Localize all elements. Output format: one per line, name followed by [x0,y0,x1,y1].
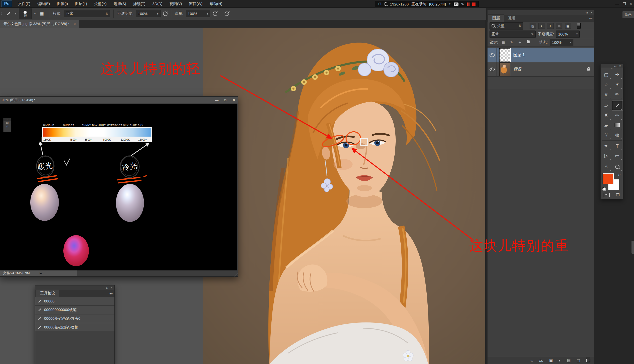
tool-clone-stamp[interactable]: ♜ [601,111,612,120]
magnifier-icon[interactable] [384,2,387,6]
tool-eyedropper[interactable]: ✑ [612,89,623,99]
tab-channels[interactable]: 通道 [504,15,520,22]
preset-row-1[interactable]: 00000 [35,297,114,306]
screenshot-icon[interactable] [454,3,458,6]
filter-smart-object-icon[interactable]: ▣ [565,23,571,29]
blend-mode-select[interactable]: 正常⇅ [64,10,110,17]
menu-image[interactable]: 图像(I) [53,0,71,8]
stop-recording-button[interactable] [472,3,476,6]
tool-blur[interactable]: ◍ [612,130,623,140]
main-canvas[interactable] [203,28,485,364]
preset-row-2[interactable]: 000000000000硬笔 [35,306,114,314]
close-button[interactable]: × [630,2,632,6]
brush-panel-toggle[interactable]: ≣ [38,10,46,18]
layer1-visibility-toggle[interactable] [488,48,497,62]
layer-opacity-select[interactable]: 100%▾ [556,31,580,38]
minimize-button[interactable]: — [615,2,619,6]
airbrush-toggle[interactable] [213,12,217,16]
flow-select[interactable]: 100%▾ [186,10,210,17]
filter-shape-layers-icon[interactable]: ▭ [556,23,562,29]
link-layers-icon[interactable]: ∞ [531,358,533,362]
layer-blend-mode-select[interactable]: 正常⇅ [490,31,536,38]
tool-crop[interactable]: # [601,89,612,99]
layer1-name[interactable]: 图层 1 [513,53,525,58]
lock-position-icon[interactable]: ✛ [517,40,523,45]
background-thumbnail[interactable] [499,63,510,76]
layer-row-1[interactable]: 图层 1 [488,48,594,62]
maximize-window-icon[interactable]: □ [221,97,230,104]
tool-smudge[interactable]: ☟ [601,130,612,140]
filter-adjustment-layers-icon[interactable]: ◐ [538,23,545,29]
default-colors-icon[interactable] [602,187,606,191]
close-presets-icon[interactable]: × [111,286,112,289]
brush-picker-arrow[interactable]: ▾ [34,12,36,15]
pause-recording-button[interactable] [467,3,469,6]
menu-help[interactable]: 帮助(H) [206,0,226,8]
filter-toggle-switch[interactable] [577,23,581,29]
workspace-switcher[interactable]: 绘画 [622,11,634,18]
menu-filter[interactable]: 滤镜(T) [130,0,149,8]
tool-healing-brush[interactable]: ▱ [601,100,612,110]
options-grip[interactable]: ⁞⁞ [1,12,2,16]
background-visibility-toggle[interactable] [488,62,497,76]
collapse-presets-icon[interactable]: ◂◂ [105,286,108,289]
collapsed-dock-strip[interactable] [631,241,634,254]
pencil-icon[interactable]: ✎ [461,2,464,6]
tool-path-select[interactable]: ▷ [601,151,612,161]
document-tab[interactable]: 开尔文色温.jpg @ 33% (图层 1, RGB/8) * × [0,20,79,28]
filter-type-layers-icon[interactable]: T [547,23,554,29]
tool-magic-wand[interactable]: ✶ [612,80,623,89]
opacity-select[interactable]: 100%▾ [136,10,161,17]
fill-select[interactable]: 100%▾ [550,39,573,46]
tool-brush[interactable] [612,100,623,111]
close-document-icon[interactable]: × [74,22,76,26]
tab-tool-presets[interactable]: 工具预设 [36,290,59,297]
swap-colors-icon[interactable]: ⇄ [618,173,621,176]
tool-hand[interactable]: ☝ [601,162,612,172]
collapse-tools-icon[interactable]: ◂◂ [614,65,616,67]
tool-eraser[interactable]: ▰ [601,120,612,130]
restore-button[interactable]: ❐ [623,2,626,6]
menu-window[interactable]: 窗口(W) [186,0,206,8]
menu-select[interactable]: 选择(S) [110,0,130,8]
background-name[interactable]: 背景 [513,67,521,72]
new-group-icon[interactable]: ▤ [567,358,571,363]
foreground-color-swatch[interactable] [603,173,614,184]
screen-mode-icon[interactable]: ❐ [616,193,619,197]
lock-pixels-icon[interactable]: ✎ [509,40,515,45]
delete-layer-icon[interactable] [586,359,590,362]
document-size-field[interactable]: 文档:24.1M/26.9M ▶ [0,270,77,276]
tool-mixer-brush[interactable]: ✏ [612,111,623,120]
presets-menu-icon[interactable]: ▾≡ [109,292,112,295]
reference-document-window[interactable]: 0.6% (图层 3, RGB/8) * — □ ✕ CANDLE SUNSET… [0,96,238,277]
tool-move[interactable]: ✛ [612,70,623,80]
menu-layer[interactable]: 图层(L) [71,0,90,8]
close-panel-icon[interactable]: × [591,11,592,14]
tab-layers[interactable]: 图层 [488,15,504,22]
minimize-window-icon[interactable]: — [213,97,221,104]
menu-type[interactable]: 类型(Y) [91,0,110,8]
close-window-icon[interactable]: ✕ [230,97,238,104]
adjustment-layer-icon[interactable]: ◐ [559,358,561,362]
tool-pen[interactable]: ✒ [601,141,612,151]
active-tool-icon[interactable] [5,10,12,18]
collapse-panel-icon[interactable]: ◂◂ [585,11,588,14]
menu-edit[interactable]: 编辑(E) [34,0,53,8]
filter-pixel-layers-icon[interactable]: ▨ [530,23,536,29]
tool-type[interactable]: T [612,141,623,151]
tablet-size-toggle[interactable] [225,12,229,16]
preset-row-3[interactable]: 00000基础画笔-方头0 [35,314,114,323]
tool-preset-arrow[interactable]: ▾ [15,12,16,15]
menu-view[interactable]: 视图(V) [166,0,186,8]
layer-row-background[interactable]: 背景 [488,62,594,77]
tool-gradient[interactable] [612,120,623,130]
cascade-icon[interactable]: ❐ [378,2,381,6]
tablet-opacity-toggle[interactable] [163,12,168,16]
tools-grip[interactable]: ┉ [601,68,623,70]
status-arrow-icon[interactable]: ▶ [40,272,42,275]
menu-3d[interactable]: 3D(D) [149,0,166,8]
layer-filter-select[interactable]: 类型⇅ [490,22,523,30]
brush-preview-chip[interactable]: 15 [19,9,32,19]
layer-mask-icon[interactable]: ▣ [549,358,553,363]
new-layer-icon[interactable]: ▢ [577,358,580,363]
